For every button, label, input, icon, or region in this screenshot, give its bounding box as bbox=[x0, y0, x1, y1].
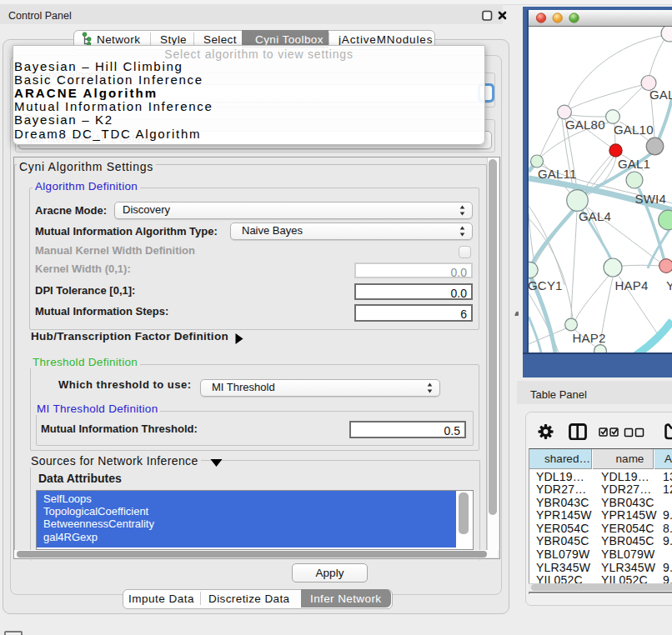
svg-text:HAP2: HAP2 bbox=[573, 331, 606, 345]
svg-text:GAL80: GAL80 bbox=[565, 118, 605, 132]
svg-text:GCY1: GCY1 bbox=[529, 278, 563, 292]
svg-text:HAP4: HAP4 bbox=[615, 278, 649, 292]
svg-text:SWI4: SWI4 bbox=[635, 192, 666, 206]
svg-text:GAL11: GAL11 bbox=[538, 167, 577, 181]
svg-text:GAL10: GAL10 bbox=[614, 122, 654, 137]
svg-text:GAL4: GAL4 bbox=[579, 209, 611, 223]
svg-text:GAL7: GAL7 bbox=[649, 88, 672, 102]
svg-text:GAL1: GAL1 bbox=[618, 157, 650, 171]
svg-text:Y: Y bbox=[666, 278, 672, 292]
